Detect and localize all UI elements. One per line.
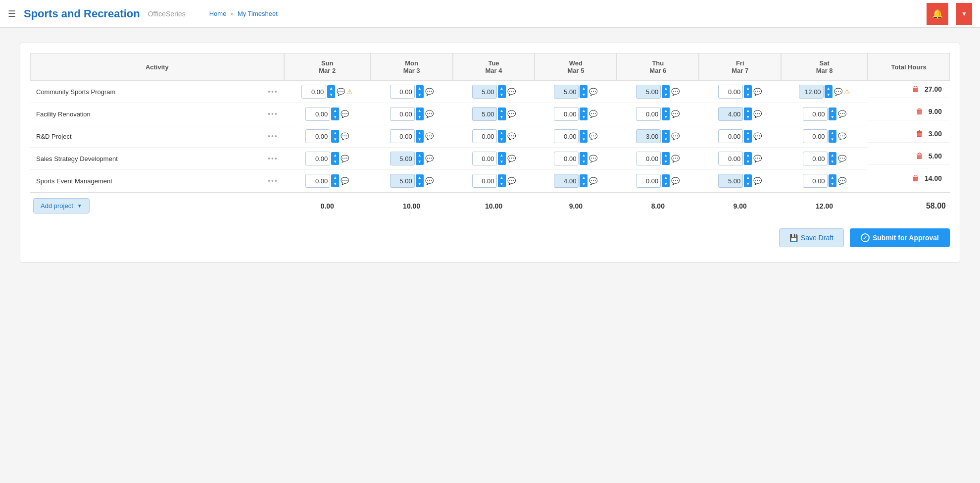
comment-icon-0-3[interactable]: 💬: [589, 88, 597, 96]
spinner-down-0-0[interactable]: ▼: [327, 92, 335, 98]
spinner-down-2-5[interactable]: ▼: [744, 136, 752, 143]
hour-input-2-6[interactable]: [803, 129, 828, 143]
spinner-up-4-2[interactable]: ▲: [498, 174, 506, 181]
spinner-up-1-3[interactable]: ▲: [580, 107, 588, 114]
hour-input-4-6[interactable]: [803, 174, 828, 188]
hour-input-0-5[interactable]: [718, 85, 743, 99]
hour-input-2-5[interactable]: [718, 129, 743, 143]
spinner-up-2-3[interactable]: ▲: [580, 130, 588, 136]
delete-row-button-3[interactable]: 🗑: [914, 152, 926, 161]
comment-icon-0-5[interactable]: 💬: [753, 88, 762, 96]
spinner-up-0-5[interactable]: ▲: [744, 85, 752, 92]
comment-icon-1-0[interactable]: 💬: [341, 110, 349, 118]
spinner-up-4-5[interactable]: ▲: [744, 174, 752, 181]
hour-input-2-0[interactable]: [305, 129, 330, 143]
hour-input-4-1[interactable]: [390, 174, 415, 188]
spinner-up-4-3[interactable]: ▲: [580, 174, 588, 181]
comment-icon-2-0[interactable]: 💬: [341, 132, 349, 140]
spinner-down-0-4[interactable]: ▼: [662, 92, 670, 98]
hour-input-3-5[interactable]: [718, 152, 743, 165]
hour-input-1-4[interactable]: [636, 107, 661, 121]
spinner-up-1-5[interactable]: ▲: [744, 107, 752, 114]
comment-icon-2-4[interactable]: 💬: [671, 132, 680, 140]
spinner-down-1-1[interactable]: ▼: [416, 114, 424, 120]
hour-input-3-3[interactable]: [554, 152, 579, 165]
spinner-up-4-6[interactable]: ▲: [829, 174, 836, 181]
hour-input-2-1[interactable]: [390, 129, 415, 143]
spinner-down-1-5[interactable]: ▼: [744, 114, 752, 120]
comment-icon-2-1[interactable]: 💬: [425, 132, 434, 140]
hour-input-4-3[interactable]: [554, 174, 579, 188]
hour-input-4-5[interactable]: [718, 174, 743, 188]
comment-icon-2-2[interactable]: 💬: [507, 132, 516, 140]
spinner-up-4-4[interactable]: ▲: [662, 174, 670, 181]
comment-icon-3-5[interactable]: 💬: [753, 155, 762, 162]
spinner-down-2-0[interactable]: ▼: [331, 136, 339, 143]
spinner-down-0-1[interactable]: ▼: [416, 92, 424, 98]
hour-input-0-1[interactable]: [390, 85, 415, 99]
spinner-up-0-4[interactable]: ▲: [662, 85, 670, 92]
spinner-up-0-6[interactable]: ▲: [825, 85, 833, 92]
spinner-up-4-0[interactable]: ▲: [331, 174, 339, 181]
spinner-down-1-0[interactable]: ▼: [331, 114, 339, 120]
comment-icon-3-6[interactable]: 💬: [838, 155, 846, 162]
hour-input-1-6[interactable]: [803, 107, 828, 121]
comment-icon-4-3[interactable]: 💬: [589, 177, 597, 185]
spinner-up-1-1[interactable]: ▲: [416, 107, 424, 114]
comment-icon-4-5[interactable]: 💬: [753, 177, 762, 185]
spinner-up-0-1[interactable]: ▲: [416, 85, 424, 92]
spinner-up-3-5[interactable]: ▲: [744, 152, 752, 159]
spinner-down-2-2[interactable]: ▼: [498, 136, 506, 143]
spinner-up-3-4[interactable]: ▲: [662, 152, 670, 159]
spinner-down-0-5[interactable]: ▼: [744, 92, 752, 98]
hour-input-3-0[interactable]: [305, 152, 330, 165]
spinner-down-4-2[interactable]: ▼: [498, 181, 506, 187]
spinner-up-2-5[interactable]: ▲: [744, 130, 752, 136]
spinner-down-3-0[interactable]: ▼: [331, 159, 339, 165]
spinner-down-4-3[interactable]: ▼: [580, 181, 588, 187]
hour-input-1-1[interactable]: [390, 107, 415, 121]
spinner-up-3-1[interactable]: ▲: [416, 152, 424, 159]
spinner-up-3-0[interactable]: ▲: [331, 152, 339, 159]
spinner-down-1-4[interactable]: ▼: [662, 114, 670, 120]
comment-icon-3-3[interactable]: 💬: [589, 155, 597, 162]
spinner-down-4-5[interactable]: ▼: [744, 181, 752, 187]
spinner-up-2-6[interactable]: ▲: [829, 130, 836, 136]
comment-icon-2-5[interactable]: 💬: [753, 132, 762, 140]
hour-input-3-1[interactable]: [390, 152, 415, 165]
comment-icon-4-1[interactable]: 💬: [425, 177, 434, 185]
delete-row-button-0[interactable]: 🗑: [910, 85, 922, 94]
comment-icon-4-0[interactable]: 💬: [341, 177, 349, 185]
warning-icon-0-0[interactable]: ⚠: [346, 88, 353, 96]
spinner-up-4-1[interactable]: ▲: [416, 174, 424, 181]
comment-icon-3-2[interactable]: 💬: [507, 155, 516, 162]
comment-icon-1-2[interactable]: 💬: [507, 110, 516, 118]
spinner-up-2-0[interactable]: ▲: [331, 130, 339, 136]
spinner-down-4-4[interactable]: ▼: [662, 181, 670, 187]
spinner-up-1-4[interactable]: ▲: [662, 107, 670, 114]
hour-input-1-0[interactable]: [305, 107, 330, 121]
comment-icon-3-1[interactable]: 💬: [425, 155, 434, 162]
comment-icon-0-0[interactable]: 💬: [337, 88, 345, 96]
spinner-up-0-3[interactable]: ▲: [580, 85, 588, 92]
spinner-down-4-0[interactable]: ▼: [331, 181, 339, 187]
hour-input-1-3[interactable]: [554, 107, 579, 121]
comment-icon-3-4[interactable]: 💬: [671, 155, 680, 162]
spinner-up-0-0[interactable]: ▲: [327, 85, 335, 92]
spinner-down-2-6[interactable]: ▼: [829, 136, 836, 143]
spinner-down-0-2[interactable]: ▼: [498, 92, 506, 98]
hour-input-0-0[interactable]: [301, 85, 326, 99]
user-dropdown-button[interactable]: ▼: [956, 3, 972, 25]
comment-icon-0-2[interactable]: 💬: [507, 88, 516, 96]
hour-input-0-6[interactable]: [799, 85, 824, 99]
breadcrumb-current[interactable]: My Timesheet: [238, 10, 278, 17]
comment-icon-2-3[interactable]: 💬: [589, 132, 597, 140]
spinner-down-1-2[interactable]: ▼: [498, 114, 506, 120]
comment-icon-4-6[interactable]: 💬: [838, 177, 846, 185]
hour-input-4-0[interactable]: [305, 174, 330, 188]
spinner-down-3-6[interactable]: ▼: [829, 159, 836, 165]
hour-input-3-4[interactable]: [636, 152, 661, 165]
spinner-down-0-6[interactable]: ▼: [825, 92, 833, 98]
hour-input-1-2[interactable]: [472, 107, 497, 121]
spinner-down-0-3[interactable]: ▼: [580, 92, 588, 98]
